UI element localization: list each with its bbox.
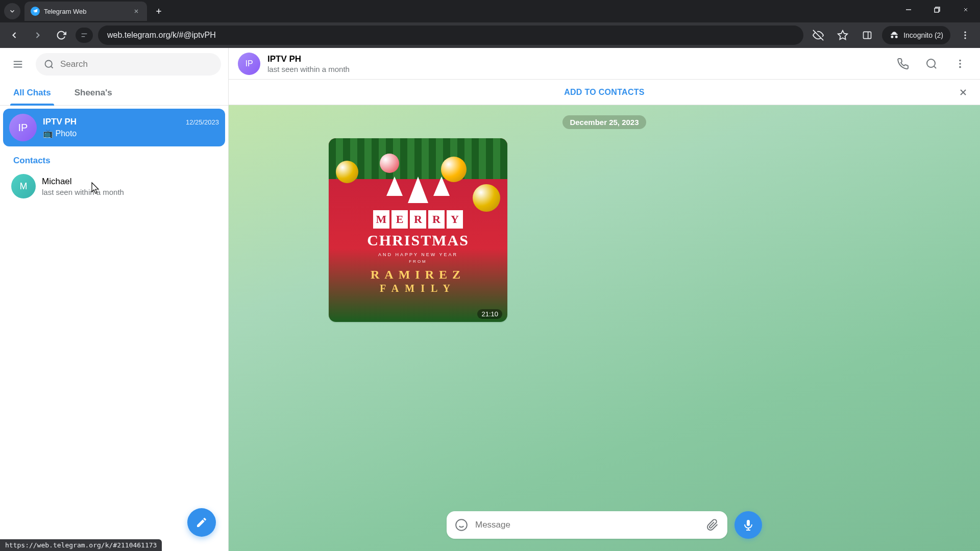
search-in-chat-button[interactable]	[921, 53, 942, 74]
attach-button[interactable]	[705, 517, 720, 533]
pencil-icon	[195, 516, 208, 529]
chat-item-iptv-ph[interactable]: IP IPTV PH 12/25/2023 📺 Photo	[3, 109, 225, 146]
chat-header-status: last seen within a month	[267, 65, 885, 73]
chat-name: IPTV PH	[43, 117, 77, 127]
call-button[interactable]	[892, 53, 914, 74]
contact-item-michael[interactable]: M Michael last seen within a month	[3, 170, 225, 203]
forward-button[interactable]	[29, 26, 47, 44]
contact-name: Michael	[42, 177, 124, 187]
chat-preview: Photo	[55, 129, 77, 138]
svg-rect-12	[864, 32, 871, 38]
tracking-off-icon[interactable]	[808, 26, 828, 45]
dismiss-add-contacts-button[interactable]	[953, 83, 973, 102]
svg-point-15	[964, 34, 966, 36]
minimize-window-button[interactable]	[894, 0, 923, 19]
incognito-label: Incognito (2)	[903, 31, 943, 39]
incognito-badge[interactable]: Incognito (2)	[882, 26, 950, 44]
chat-list: IP IPTV PH 12/25/2023 📺 Photo Contacts M	[0, 106, 228, 551]
side-panel-icon[interactable]	[857, 26, 877, 45]
merry-text: M E R R Y	[373, 210, 463, 229]
tab-title: Telegram Web	[44, 8, 87, 15]
svg-line-21	[51, 66, 53, 68]
svg-point-24	[959, 59, 961, 61]
status-bar-link: https://web.telegram.org/k/#2110461173	[0, 539, 162, 551]
avatar: IP	[238, 53, 260, 75]
search-icon	[44, 59, 54, 69]
svg-line-23	[934, 66, 936, 68]
sidebar: All Chats Sheena's IP IPTV PH 12/25/2023…	[0, 48, 229, 551]
date-separator: December 25, 2023	[562, 115, 646, 129]
chat-menu-button[interactable]	[949, 53, 971, 74]
svg-point-14	[964, 32, 966, 33]
close-window-button[interactable]	[951, 0, 980, 19]
site-info-icon[interactable]	[76, 28, 93, 43]
contact-status: last seen within a month	[42, 188, 124, 196]
contacts-section-label: Contacts	[3, 146, 225, 170]
reload-button[interactable]	[52, 26, 70, 44]
add-to-contacts-button[interactable]: ADD TO CONTACTS	[564, 88, 645, 97]
messages-area[interactable]: December 25, 2023 M E R R Y CHRISTMAS AN…	[229, 105, 980, 506]
folder-tabs: All Chats Sheena's	[0, 81, 228, 106]
tab-all-chats[interactable]: All Chats	[10, 81, 54, 105]
browser-tab-strip: Telegram Web	[0, 0, 980, 22]
svg-marker-11	[838, 31, 847, 39]
url-text: web.telegram.org/k/#@iptvPH	[107, 31, 216, 40]
svg-rect-5	[935, 8, 939, 12]
search-input[interactable]	[60, 59, 213, 69]
svg-point-29	[456, 519, 467, 531]
message-input[interactable]	[475, 520, 699, 530]
back-button[interactable]	[5, 26, 23, 44]
christmas-card-image: M E R R Y CHRISTMAS AND HAPPY NEW YEAR F…	[329, 138, 507, 322]
svg-point-25	[959, 63, 961, 65]
composer-area	[229, 506, 980, 551]
svg-point-20	[45, 61, 52, 67]
chat-date: 12/25/2023	[186, 118, 219, 126]
avatar: M	[11, 174, 36, 198]
chat-main: IP IPTV PH last seen within a month ADD …	[229, 48, 980, 551]
add-to-contacts-bar: ADD TO CONTACTS	[229, 80, 980, 105]
maximize-window-button[interactable]	[923, 0, 951, 19]
bookmark-star-icon[interactable]	[833, 26, 852, 45]
tab-search-dropdown[interactable]	[4, 3, 20, 19]
svg-point-22	[927, 59, 935, 67]
tab-sheenas[interactable]: Sheena's	[71, 81, 115, 105]
christmas-text: CHRISTMAS	[367, 232, 469, 249]
search-field[interactable]	[36, 53, 221, 76]
browser-menu-icon[interactable]	[955, 26, 975, 45]
chat-header-name: IPTV PH	[267, 54, 885, 64]
new-tab-button[interactable]	[151, 4, 166, 19]
preview-emoji-icon: 📺	[43, 129, 53, 138]
close-tab-icon[interactable]	[132, 7, 141, 16]
browser-tab[interactable]: Telegram Web	[24, 2, 147, 21]
telegram-favicon	[31, 7, 40, 16]
compose-button[interactable]	[187, 508, 216, 537]
message-time: 21:10	[477, 309, 502, 319]
emoji-button[interactable]	[454, 517, 469, 533]
svg-point-26	[959, 66, 961, 68]
avatar: IP	[9, 114, 37, 141]
browser-toolbar: web.telegram.org/k/#@iptvPH Incognito (2…	[0, 22, 980, 48]
photo-message[interactable]: M E R R Y CHRISTMAS AND HAPPY NEW YEAR F…	[329, 138, 507, 322]
address-bar[interactable]: web.telegram.org/k/#@iptvPH	[98, 26, 803, 45]
voice-message-button[interactable]	[734, 511, 762, 539]
message-composer[interactable]	[447, 511, 727, 539]
menu-button[interactable]	[7, 54, 29, 75]
svg-point-16	[964, 37, 966, 39]
telegram-app: All Chats Sheena's IP IPTV PH 12/25/2023…	[0, 48, 980, 551]
chat-header[interactable]: IP IPTV PH last seen within a month	[229, 48, 980, 80]
incognito-icon	[889, 30, 899, 40]
